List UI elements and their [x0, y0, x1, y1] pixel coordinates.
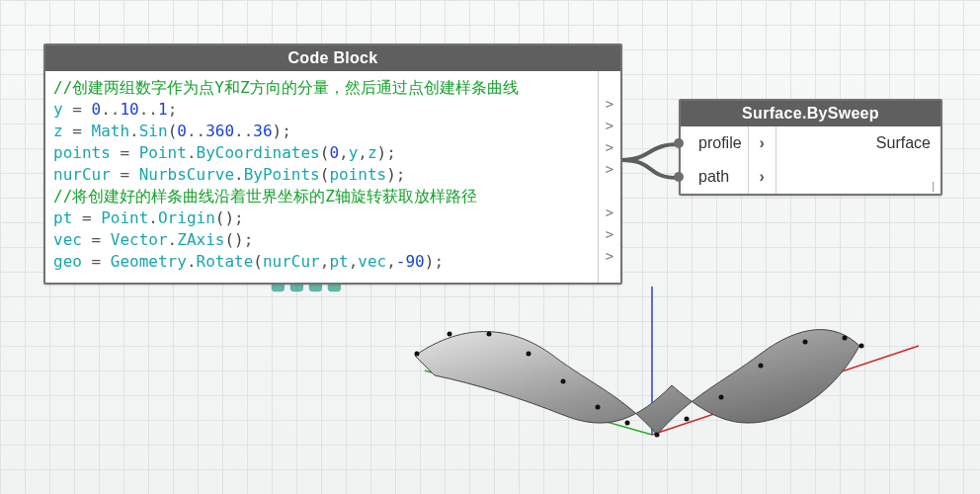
surface-bysweep-node[interactable]: Surface.BySweep profile › Surface path ›… — [679, 99, 942, 196]
output-port-z[interactable] — [599, 115, 620, 136]
output-port-nurcur[interactable] — [599, 158, 620, 180]
code-editor[interactable]: //创建两组数字作为点Y和Z方向的分量，然后通过点创建样条曲线 y = 0..1… — [45, 71, 598, 283]
graph-canvas[interactable]: TUITUISOFT 腿腿教学网 Code Block //创建两组数字作为点Y… — [0, 0, 980, 494]
output-port-pt[interactable] — [599, 202, 620, 223]
lacing-indicator: | — [932, 180, 935, 192]
chevron-right-icon: › — [749, 160, 776, 194]
output-port-vec[interactable] — [599, 223, 620, 245]
chevron-right-icon: › — [749, 126, 776, 160]
output-port-points[interactable] — [599, 136, 620, 158]
input-port-profile[interactable]: profile — [681, 126, 749, 160]
input-port-path[interactable]: path — [681, 160, 749, 194]
code-block-title: Code Block — [45, 45, 620, 71]
surface-node-title: Surface.BySweep — [681, 101, 940, 126]
code-output-ports — [598, 71, 620, 283]
output-port-geo[interactable] — [599, 245, 620, 267]
code-block-node[interactable]: Code Block //创建两组数字作为点Y和Z方向的分量，然后通过点创建样条… — [43, 43, 622, 285]
output-port-y[interactable] — [599, 93, 620, 115]
output-port-surface[interactable]: Surface — [776, 126, 940, 160]
